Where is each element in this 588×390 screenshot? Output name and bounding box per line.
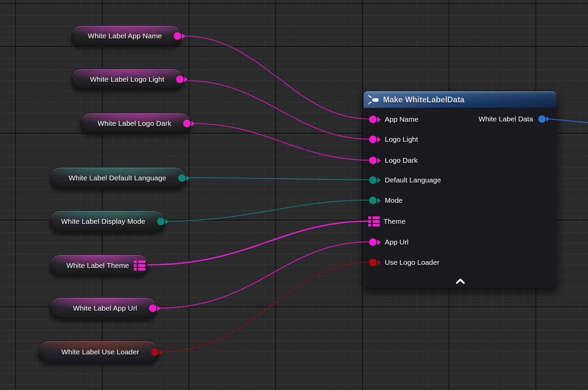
variable-node-label: White Label Theme (66, 261, 129, 270)
variable-node-label: White Label Use Loader (61, 348, 139, 356)
input-pin-label: Mode (385, 196, 403, 204)
wire-white-label-app-url-to-app-url[interactable] (160, 242, 369, 308)
input-pin-icon[interactable] (368, 195, 381, 206)
input-pin-label: Default Language (385, 176, 441, 184)
output-pin-icon[interactable] (173, 31, 186, 41)
output-pin-icon[interactable] (150, 347, 163, 357)
input-pin-label: Theme (383, 217, 405, 226)
variable-node-white-label-use-loader[interactable]: White Label Use Loader (38, 340, 160, 364)
wire-white-label-use-loader-to-use-logo-loader[interactable] (162, 262, 369, 352)
input-pin-label: Use Logo Loader (385, 258, 439, 267)
variable-node-label: White Label Default Language (69, 174, 166, 182)
variable-node-white-label-app-url[interactable]: White Label App Url (49, 297, 158, 319)
make-struct-icon (368, 95, 379, 105)
variable-node-white-label-logo-dark[interactable]: White Label Logo Dark (80, 113, 192, 134)
variable-node-label: White Label App Url (73, 304, 137, 312)
input-pin-row-default-language[interactable]: Default Language (368, 173, 441, 188)
struct-pin-icon[interactable] (134, 260, 145, 271)
node-header[interactable]: Make WhiteLabelData (363, 91, 557, 108)
input-pin-icon[interactable] (368, 114, 381, 125)
variable-node-label: White Label Logo Light (90, 75, 164, 83)
wire-white-label-theme-to-theme[interactable] (148, 221, 371, 265)
input-pin-icon[interactable] (368, 257, 381, 268)
variable-node-white-label-logo-light[interactable]: White Label Logo Light (70, 69, 185, 90)
output-pin-icon[interactable] (175, 74, 188, 85)
input-pin-row-app-name[interactable]: App Name (368, 112, 418, 127)
output-pin-icon[interactable] (148, 303, 161, 314)
wire-white-label-display-mode-to-mode[interactable] (168, 200, 369, 221)
variable-node-white-label-theme[interactable]: White Label Theme (49, 254, 149, 276)
input-pin-icon[interactable] (368, 237, 381, 248)
output-pin-label: White Label Data (479, 115, 533, 123)
input-pin-row-theme[interactable]: Theme (368, 214, 405, 229)
wire-white-label-default-language-to-default-language[interactable] (186, 178, 369, 180)
node-title: Make WhiteLabelData (383, 95, 464, 104)
input-pin-icon[interactable] (368, 134, 381, 145)
output-pin-icon[interactable] (177, 173, 190, 183)
variable-node-white-label-default-language[interactable]: White Label Default Language (49, 167, 187, 189)
wire-white-label-logo-light-to-logo-light[interactable] (188, 81, 369, 139)
input-pin-label: Logo Dark (385, 156, 418, 164)
input-pin-row-logo-light[interactable]: Logo Light (368, 132, 418, 147)
output-pin-row-white-label-data[interactable]: White Label Data (479, 112, 550, 126)
input-pin-label: App Name (385, 115, 418, 123)
output-pin-icon[interactable] (537, 114, 550, 124)
variable-node-label: White Label App Name (88, 32, 162, 40)
variable-node-white-label-app-name[interactable]: White Label App Name (70, 25, 182, 47)
variable-node-label: White Label Logo Dark (98, 119, 171, 128)
input-pin-row-use-logo-loader[interactable]: Use Logo Loader (368, 255, 439, 270)
output-pin-icon[interactable] (156, 216, 169, 227)
input-pin-icon[interactable] (368, 155, 381, 166)
input-pin-label: App Url (385, 238, 408, 246)
wire-white-label-app-name-to-app-name[interactable] (184, 36, 369, 119)
input-pin-icon[interactable] (368, 175, 381, 186)
input-pin-row-logo-dark[interactable]: Logo Dark (368, 153, 418, 168)
input-pin-row-mode[interactable]: Mode (368, 193, 403, 208)
blueprint-graph-canvas[interactable]: White Label App Name White Label Logo Li… (0, 0, 588, 390)
output-pin-icon[interactable] (182, 118, 195, 129)
make-whitelabeldata-node[interactable]: Make WhiteLabelData App Name Logo Light … (363, 91, 557, 288)
struct-pin-icon[interactable] (368, 216, 380, 227)
chevron-up-icon (454, 278, 466, 285)
variable-node-label: White Label Display Mode (61, 217, 145, 226)
wire-white-label-logo-dark-to-logo-dark[interactable] (192, 123, 369, 160)
variable-node-white-label-display-mode[interactable]: White Label Display Mode (49, 210, 166, 233)
input-pin-label: Logo Light (385, 135, 418, 143)
input-pin-row-app-url[interactable]: App Url (368, 235, 408, 250)
collapse-node-button[interactable] (450, 277, 470, 285)
